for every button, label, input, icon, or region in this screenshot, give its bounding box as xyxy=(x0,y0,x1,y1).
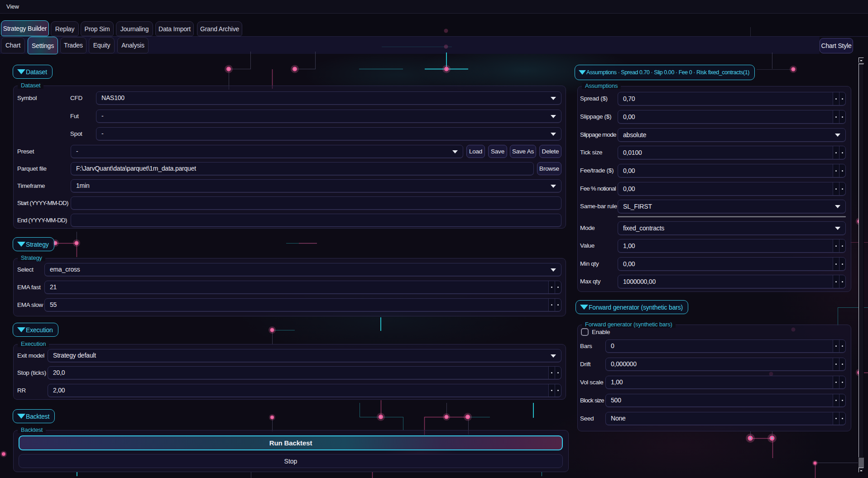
spin-down-button[interactable] xyxy=(833,146,839,159)
tab-trades[interactable]: Trades xyxy=(60,37,86,53)
forward-generator-toggle-button[interactable]: Forward generator (synthetic bars) xyxy=(575,300,688,314)
vol-scale-spinbox[interactable]: 1,00 xyxy=(605,376,846,389)
preset-load-button[interactable]: Load xyxy=(466,145,485,158)
start-date-input[interactable] xyxy=(71,196,561,210)
spin-up-button[interactable] xyxy=(839,358,845,370)
spin-down-button[interactable] xyxy=(833,110,839,123)
ema-fast-spinbox[interactable]: 21 xyxy=(44,281,561,294)
spin-up-button[interactable] xyxy=(839,412,845,425)
spin-up-button[interactable] xyxy=(839,146,845,159)
spin-down-button[interactable] xyxy=(833,275,839,288)
tick-size-spinbox[interactable]: 0,0100 xyxy=(618,146,846,159)
spin-up-button[interactable] xyxy=(839,394,845,406)
chart-style-button[interactable]: Chart Style xyxy=(820,38,853,53)
spin-down-button[interactable] xyxy=(548,299,555,311)
symbol-label: Symbol xyxy=(17,91,37,105)
spin-down-button[interactable] xyxy=(833,239,839,252)
strategy-select-combo[interactable]: ema_cross xyxy=(44,263,561,276)
seed-spinbox[interactable]: None xyxy=(605,412,846,425)
preset-combo[interactable]: - xyxy=(71,145,463,158)
max-qty-spinbox[interactable]: 1000000,00 xyxy=(618,275,846,288)
spin-up-button[interactable] xyxy=(555,281,561,293)
spin-down-button[interactable] xyxy=(548,384,555,397)
spin-down-button[interactable] xyxy=(833,394,839,406)
drift-spinbox[interactable]: 0,000000 xyxy=(605,358,846,371)
spin-up-button[interactable] xyxy=(555,384,561,397)
tab-journaling[interactable]: Journaling xyxy=(116,21,153,36)
cfd-combo[interactable]: NAS100 xyxy=(96,91,561,105)
stop-ticks-spinbox[interactable]: 20,0 xyxy=(48,366,561,379)
scrollbar-down-button[interactable] xyxy=(858,468,864,473)
spin-down-button[interactable] xyxy=(548,367,555,379)
spot-combo[interactable]: - xyxy=(96,127,561,140)
same-bar-combo[interactable]: SL_FIRST xyxy=(618,200,846,213)
run-backtest-button[interactable]: Run Backtest xyxy=(19,435,563,450)
spin-down-button[interactable] xyxy=(833,340,839,352)
tab-data-import[interactable]: Data Import xyxy=(155,21,194,36)
slippage-mode-combo[interactable]: absolute xyxy=(618,128,846,142)
tab-replay[interactable]: Replay xyxy=(51,21,79,36)
timeframe-combo[interactable]: 1min xyxy=(71,179,561,192)
dropdown-arrow-icon xyxy=(551,115,556,118)
backtest-group-title: Backtest xyxy=(18,427,46,433)
spin-up-button[interactable] xyxy=(839,239,845,252)
dropdown-arrow-icon xyxy=(452,150,458,153)
block-size-spinbox[interactable]: 500 xyxy=(605,394,846,407)
end-date-input[interactable] xyxy=(71,214,561,227)
parquet-file-input[interactable]: F:\JarvQuant\data\parquet\1m_data.parque… xyxy=(71,162,534,175)
tab-prop-sim[interactable]: Prop Sim xyxy=(81,21,114,36)
assumptions-toggle-button[interactable]: Assumptions · Spread 0.70 · Slip 0.00 · … xyxy=(575,65,755,80)
spin-up-button[interactable] xyxy=(839,340,845,352)
exit-model-combo[interactable]: Strategy default xyxy=(48,349,561,362)
spin-up-button[interactable] xyxy=(839,110,845,123)
parquet-file-label: Parquet file xyxy=(17,162,47,175)
execution-toggle-button[interactable]: Execution xyxy=(13,323,58,337)
tab-chart[interactable]: Chart xyxy=(1,37,25,53)
preset-delete-button[interactable]: Delete xyxy=(539,145,561,158)
spin-down-button[interactable] xyxy=(548,281,555,293)
spin-up-button[interactable] xyxy=(839,258,845,270)
tab-equity[interactable]: Equity xyxy=(89,37,115,53)
dataset-toggle-button[interactable]: Dataset xyxy=(13,65,53,79)
spin-up-button[interactable] xyxy=(555,367,561,379)
strategy-toggle-button[interactable]: Strategy xyxy=(13,237,54,251)
spin-up-button[interactable] xyxy=(839,376,845,388)
chevron-down-icon xyxy=(17,69,25,74)
preset-save-button[interactable]: Save xyxy=(488,145,507,158)
tab-grand-archive[interactable]: Grand Archive xyxy=(197,21,242,36)
preset-save-as-button[interactable]: Save As xyxy=(510,145,536,158)
spin-down-button[interactable] xyxy=(833,412,839,425)
min-qty-spinbox[interactable]: 0,00 xyxy=(618,257,846,271)
value-spinbox[interactable]: 1,00 xyxy=(618,239,846,253)
spin-up-button[interactable] xyxy=(839,182,845,195)
spread-spinbox[interactable]: 0,70 xyxy=(618,92,846,105)
spin-down-button[interactable] xyxy=(833,182,839,195)
spin-up-button[interactable] xyxy=(555,299,561,311)
scrollbar-thumb[interactable] xyxy=(858,64,864,458)
fut-combo[interactable]: - xyxy=(96,110,561,123)
spin-up-button[interactable] xyxy=(839,164,845,177)
tab-strategy-builder[interactable]: Strategy Builder xyxy=(1,20,49,36)
browse-button[interactable]: Browse xyxy=(537,162,561,175)
spin-up-button[interactable] xyxy=(839,92,845,105)
spin-down-button[interactable] xyxy=(833,358,839,370)
scrollbar-up-button[interactable] xyxy=(858,57,864,63)
mode-combo[interactable]: fixed_contracts xyxy=(618,221,846,235)
tab-analysis[interactable]: Analysis xyxy=(117,37,149,53)
bars-spinbox[interactable]: 0 xyxy=(605,339,846,353)
spin-up-button[interactable] xyxy=(839,275,845,288)
spin-down-button[interactable] xyxy=(833,164,839,177)
enable-checkbox[interactable] xyxy=(581,328,589,336)
rr-spinbox[interactable]: 2,00 xyxy=(48,384,561,397)
backtest-toggle-button[interactable]: Backtest xyxy=(13,409,55,423)
tab-settings[interactable]: Settings xyxy=(28,37,58,54)
fee-notional-spinbox[interactable]: 0,00 xyxy=(618,182,846,196)
stop-button[interactable]: Stop xyxy=(19,454,563,468)
menu-view[interactable]: View xyxy=(1,0,24,13)
spin-down-button[interactable] xyxy=(833,258,839,270)
spin-down-button[interactable] xyxy=(833,92,839,105)
ema-slow-spinbox[interactable]: 55 xyxy=(44,298,561,311)
fee-trade-spinbox[interactable]: 0,00 xyxy=(618,164,846,177)
spin-down-button[interactable] xyxy=(833,376,839,388)
slippage-spinbox[interactable]: 0,00 xyxy=(618,110,846,124)
